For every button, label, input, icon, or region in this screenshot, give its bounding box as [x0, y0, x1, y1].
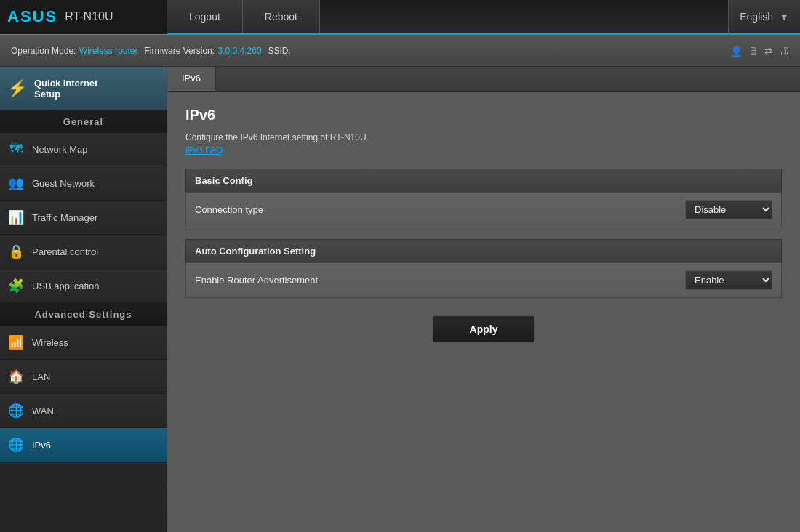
sidebar-item-label-parental-control: Parental control: [32, 246, 98, 257]
operation-mode-value[interactable]: Wireless router: [79, 46, 138, 56]
sidebar-item-parental-control[interactable]: 🔒 Parental control: [0, 235, 167, 269]
sidebar-item-label-usb-application: USB application: [32, 281, 100, 291]
content-area: IPv6 IPv6 Configure the IPv6 Internet se…: [167, 67, 800, 532]
sidebar-item-guest-network[interactable]: 👥 Guest Network: [0, 166, 167, 201]
firmware-value[interactable]: 3.0.0.4.260: [218, 46, 262, 56]
sidebar-item-network-map[interactable]: 🗺 Network Map: [0, 133, 167, 166]
status-icons: 👤 🖥 ⇄ 🖨: [730, 45, 789, 57]
sidebar-item-usb-application[interactable]: 🧩 USB application: [0, 269, 167, 303]
auto-config-header: Auto Configuration Setting: [185, 239, 782, 262]
logout-button[interactable]: Logout: [167, 0, 243, 33]
ipv6-icon: 🌐: [7, 437, 25, 453]
sidebar-item-lan[interactable]: 🏠 LAN: [0, 360, 167, 394]
logo-model: RT-N10U: [65, 10, 113, 23]
ssid-label: SSID:: [268, 46, 291, 56]
reboot-button[interactable]: Reboot: [243, 0, 320, 33]
router-advertisement-label: Enable Router Advertisement: [195, 275, 685, 286]
tab-ipv6[interactable]: IPv6: [167, 67, 216, 91]
page-title: IPv6: [185, 107, 782, 124]
advanced-section-header: Advanced Settings: [0, 303, 167, 326]
logo-asus: ASUS: [7, 7, 57, 26]
network-map-icon: 🗺: [7, 142, 25, 157]
quick-setup-icon: ⚡: [7, 79, 27, 98]
lan-icon: 🏠: [7, 368, 25, 384]
sidebar-item-label-guest-network: Guest Network: [32, 178, 95, 189]
top-bar: ASUS RT-N10U Logout Reboot English ▼: [0, 0, 800, 35]
apply-area: Apply: [185, 315, 782, 343]
status-bar: Operation Mode: Wireless router Firmware…: [0, 35, 800, 67]
sidebar-item-wireless[interactable]: 📶 Wireless: [0, 326, 167, 360]
connection-type-label: Connection type: [195, 204, 685, 215]
quick-setup-label: Quick InternetSetup: [34, 78, 97, 100]
printer-icon[interactable]: 🖨: [779, 45, 789, 57]
language-label: English: [740, 11, 773, 23]
top-nav: Logout Reboot English ▼: [167, 0, 800, 33]
connection-type-select[interactable]: Disable Native Tunnel 6to4 PPTP L2TP: [685, 200, 772, 219]
page-description: Configure the IPv6 Internet setting of R…: [185, 132, 782, 142]
sidebar-item-label-wireless: Wireless: [32, 337, 68, 348]
network-icon[interactable]: 🖥: [748, 45, 759, 57]
firmware-label: Firmware Version:: [144, 46, 215, 56]
main-layout: ⚡ Quick InternetSetup General 🗺 Network …: [0, 67, 800, 532]
router-advertisement-select[interactable]: Enable Disable: [685, 270, 772, 290]
apply-button[interactable]: Apply: [433, 315, 535, 343]
wireless-icon: 📶: [7, 334, 25, 350]
usb-application-icon: 🧩: [7, 278, 25, 294]
content-inner: IPv6 Configure the IPv6 Internet setting…: [167, 92, 800, 358]
auto-config-section: Auto Configuration Setting Enable Router…: [185, 239, 782, 298]
ipv6-faq-link[interactable]: IPv6 FAQ: [185, 145, 782, 156]
sidebar-item-wan[interactable]: 🌐 WAN: [0, 394, 167, 428]
wan-icon: 🌐: [7, 403, 25, 419]
parental-control-icon: 🔒: [7, 243, 25, 259]
basic-config-section: Basic Config Connection type Disable Nat…: [185, 169, 782, 227]
usb-icon[interactable]: ⇄: [764, 45, 773, 57]
sidebar-item-label-network-map: Network Map: [32, 144, 88, 155]
connection-type-row: Connection type Disable Native Tunnel 6t…: [185, 192, 782, 227]
quick-setup-item[interactable]: ⚡ Quick InternetSetup: [0, 67, 167, 110]
guest-network-icon: 👥: [7, 175, 25, 191]
sidebar-item-label-wan: WAN: [32, 406, 54, 416]
sidebar: ⚡ Quick InternetSetup General 🗺 Network …: [0, 67, 167, 532]
basic-config-header: Basic Config: [185, 169, 782, 192]
sidebar-item-label-traffic-manager: Traffic Manager: [32, 212, 97, 223]
sidebar-item-traffic-manager[interactable]: 📊 Traffic Manager: [0, 201, 167, 235]
operation-mode-label: Operation Mode:: [11, 46, 76, 56]
language-selector[interactable]: English ▼: [728, 0, 800, 33]
sidebar-item-ipv6[interactable]: 🌐 IPv6: [0, 428, 167, 462]
user-icon[interactable]: 👤: [730, 45, 743, 57]
sidebar-item-label-ipv6: IPv6: [32, 440, 51, 451]
content-tabs: IPv6: [167, 67, 800, 92]
general-section-header: General: [0, 110, 167, 133]
router-advertisement-row: Enable Router Advertisement Enable Disab…: [185, 262, 782, 298]
chevron-down-icon: ▼: [779, 11, 789, 23]
sidebar-item-label-lan: LAN: [32, 371, 50, 382]
logo-area: ASUS RT-N10U: [0, 0, 167, 34]
traffic-manager-icon: 📊: [7, 209, 25, 225]
